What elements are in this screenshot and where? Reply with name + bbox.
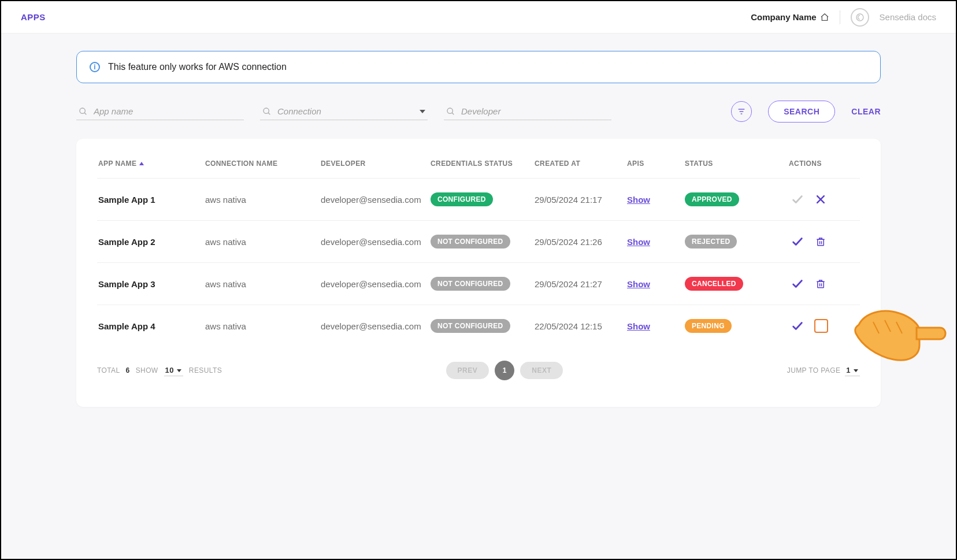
show-label: SHOW xyxy=(136,366,158,374)
results-card: APP NAME CONNECTION NAME DEVELOPER CREDE… xyxy=(76,139,881,407)
show-apis-link[interactable]: Show xyxy=(627,321,650,331)
credentials-badge: NOT CONFIGURED xyxy=(431,277,510,291)
approve-icon[interactable] xyxy=(791,193,804,206)
apps-nav-label[interactable]: APPS xyxy=(21,12,46,22)
avatar[interactable] xyxy=(851,8,869,27)
apps-table: APP NAME CONNECTION NAME DEVELOPER CREDE… xyxy=(97,160,860,347)
approve-icon[interactable] xyxy=(791,320,804,332)
prev-button[interactable]: PREV xyxy=(446,362,489,379)
th-credentials[interactable]: CREDENTIALS STATUS xyxy=(431,160,535,168)
app-name-input[interactable] xyxy=(94,106,242,116)
show-apis-link[interactable]: Show xyxy=(627,195,650,205)
credentials-badge: NOT CONFIGURED xyxy=(431,235,510,249)
status-badge: PENDING xyxy=(685,319,732,333)
cell-created: 29/05/2024 21:17 xyxy=(535,195,627,205)
svg-line-4 xyxy=(268,113,270,114)
page-size-value: 10 xyxy=(165,366,174,374)
th-app-name[interactable]: APP NAME xyxy=(98,160,205,168)
divider xyxy=(840,10,840,24)
cell-credentials: NOT CONFIGURED xyxy=(431,319,535,333)
th-apis: APIS xyxy=(627,160,685,168)
cell-status: REJECTED xyxy=(685,235,789,249)
topbar-right: Company Name Sensedia docs xyxy=(751,8,936,27)
approve-icon[interactable] xyxy=(791,277,804,290)
jump-label: JUMP TO PAGE xyxy=(787,366,841,374)
status-badge: APPROVED xyxy=(685,192,739,206)
table-header: APP NAME CONNECTION NAME DEVELOPER CREDE… xyxy=(97,160,860,178)
developer-field[interactable] xyxy=(444,103,611,120)
clear-button[interactable]: CLEAR xyxy=(851,107,881,116)
total-label: TOTAL xyxy=(97,366,120,374)
table-body: Sample App 1aws nativadeveloper@sensedia… xyxy=(97,178,860,347)
cell-developer: developer@sensedia.com xyxy=(321,195,431,205)
th-created[interactable]: CREATED AT xyxy=(535,160,627,168)
docs-link[interactable]: Sensedia docs xyxy=(880,12,936,22)
info-icon: i xyxy=(90,62,100,72)
filter-button[interactable] xyxy=(731,101,752,122)
cell-apis: Show xyxy=(627,321,685,331)
pager-right: JUMP TO PAGE 1 xyxy=(787,365,860,376)
sort-asc-icon xyxy=(139,161,144,166)
reject-icon[interactable] xyxy=(814,193,827,206)
company-selector[interactable]: Company Name xyxy=(751,12,829,22)
cell-developer: developer@sensedia.com xyxy=(321,279,431,289)
cell-app-name: Sample App 2 xyxy=(98,237,205,247)
cell-apis: Show xyxy=(627,237,685,247)
show-apis-link[interactable]: Show xyxy=(627,279,650,289)
next-button[interactable]: NEXT xyxy=(520,362,563,379)
pager-row: TOTAL 6 SHOW 10 RESULTS PREV 1 NEXT JUMP… xyxy=(97,361,860,380)
dropdown-icon[interactable] xyxy=(420,109,425,114)
approve-icon[interactable] xyxy=(791,235,804,248)
info-banner: i This feature only works for AWS connec… xyxy=(76,51,881,83)
cell-app-name: Sample App 3 xyxy=(98,279,205,289)
table-row: Sample App 2aws nativadeveloper@sensedia… xyxy=(97,220,860,262)
jump-page-select[interactable]: 1 xyxy=(845,365,860,376)
table-row: Sample App 1aws nativadeveloper@sensedia… xyxy=(97,178,860,220)
delete-icon[interactable] xyxy=(814,235,827,248)
svg-point-5 xyxy=(447,108,452,113)
th-status[interactable]: STATUS xyxy=(685,160,789,168)
svg-rect-16 xyxy=(818,281,824,288)
cell-connection: aws nativa xyxy=(205,195,321,205)
svg-rect-12 xyxy=(818,239,824,246)
cell-status: CANCELLED xyxy=(685,277,789,291)
show-apis-link[interactable]: Show xyxy=(627,237,650,247)
th-actions: ACTIONS xyxy=(789,160,859,168)
reject-icon[interactable] xyxy=(814,319,828,333)
banner-message: This feature only works for AWS connecti… xyxy=(108,62,287,72)
cell-apis: Show xyxy=(627,279,685,289)
svg-point-0 xyxy=(856,14,863,21)
developer-input[interactable] xyxy=(461,106,609,116)
cell-connection: aws nativa xyxy=(205,321,321,331)
th-connection[interactable]: CONNECTION NAME xyxy=(205,160,321,168)
search-button[interactable]: SEARCH xyxy=(768,101,835,123)
cell-credentials: NOT CONFIGURED xyxy=(431,277,535,291)
svg-point-1 xyxy=(80,108,85,113)
search-icon xyxy=(446,107,455,116)
pointing-hand-annotation xyxy=(847,302,951,365)
cell-created: 29/05/2024 21:27 xyxy=(535,279,627,289)
delete-icon[interactable] xyxy=(814,277,827,290)
cell-apis: Show xyxy=(627,195,685,205)
status-badge: REJECTED xyxy=(685,235,737,249)
pager-center: PREV 1 NEXT xyxy=(446,361,563,380)
jump-value: 1 xyxy=(846,366,851,374)
svg-line-2 xyxy=(84,113,86,114)
company-name-label: Company Name xyxy=(751,12,816,22)
topbar: APPS Company Name Sensedia docs xyxy=(1,1,956,34)
page-current[interactable]: 1 xyxy=(495,361,514,380)
svg-point-3 xyxy=(264,108,269,113)
app-name-field[interactable] xyxy=(76,103,244,120)
cell-status: PENDING xyxy=(685,319,789,333)
connection-field[interactable] xyxy=(260,103,428,120)
th-app-name-label: APP NAME xyxy=(98,160,136,168)
cell-app-name: Sample App 1 xyxy=(98,195,205,205)
th-developer[interactable]: DEVELOPER xyxy=(321,160,431,168)
connection-input[interactable] xyxy=(277,106,388,116)
total-value: 6 xyxy=(126,366,130,374)
credentials-badge: NOT CONFIGURED xyxy=(431,319,510,333)
page-size-select[interactable]: 10 xyxy=(164,365,183,376)
cell-app-name: Sample App 4 xyxy=(98,321,205,331)
cell-actions xyxy=(789,193,859,206)
results-label: RESULTS xyxy=(189,366,222,374)
